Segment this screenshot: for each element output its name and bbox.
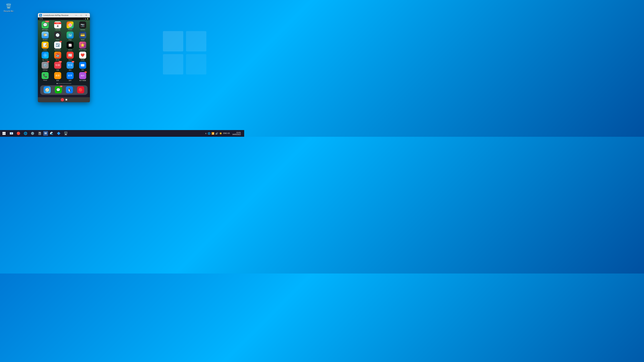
- chinese5-icon-wrap: 相片 1: [79, 72, 86, 79]
- wallet-icon-wrap: 💳: [79, 31, 86, 38]
- start-button[interactable]: [1, 130, 8, 137]
- notes-icon-wrap: 📝: [42, 41, 49, 49]
- app-chinese1[interactable]: 垃圾 112 垃圾: [53, 62, 62, 71]
- taskbar-edge[interactable]: 🌊: [48, 130, 55, 137]
- language-region[interactable]: ENG US: [223, 132, 230, 134]
- recycle-bin-image: 🗑️: [5, 3, 12, 9]
- airplay-controls-right: ⬜: [66, 99, 67, 100]
- dock-safari[interactable]: 🧭: [44, 86, 51, 94]
- phone-label: Phone: [43, 80, 47, 81]
- dock-wechat[interactable]: 💬 72: [55, 86, 62, 94]
- app-maps[interactable]: 🗺️ Maps: [65, 31, 75, 40]
- taskbar-app8[interactable]: 🔷: [55, 130, 62, 137]
- app-camera[interactable]: 📷 Camera: [78, 21, 88, 30]
- taskbar-word[interactable]: W: [43, 131, 48, 136]
- page-dot-5: [63, 83, 64, 84]
- camera-icon-wrap: 📷: [79, 21, 86, 28]
- chinese4-label: 效率: [69, 80, 72, 81]
- taskbar-app2[interactable]: 🔴: [15, 130, 22, 137]
- chinese1-badge: 112: [58, 61, 62, 62]
- maximize-button[interactable]: □: [79, 13, 84, 17]
- wifi-icon[interactable]: 📶: [212, 132, 214, 135]
- clock-icon-wrap: 🕐: [54, 31, 61, 38]
- svg-rect-5: [4, 132, 6, 133]
- app-mail[interactable]: ✉️ Mail: [78, 62, 88, 71]
- svg-rect-2: [163, 54, 183, 75]
- taskbar-settings[interactable]: ⚙️: [29, 130, 36, 137]
- page-dot-9: [69, 83, 70, 84]
- app-notes[interactable]: 📝 Notes: [40, 41, 50, 51]
- appstore-label: App Store: [42, 59, 48, 61]
- books-label: Books: [56, 59, 60, 61]
- app-chinese2[interactable]: 音乐 14 音乐: [65, 62, 75, 71]
- minimize-button[interactable]: —: [74, 13, 78, 17]
- taskbar-icons: 📧 🔴 🌐 ⚙️ 📓 W 🌊 🔷 🖥️: [8, 130, 205, 137]
- page-dot-4: [61, 83, 62, 84]
- reminders-badge: 2: [60, 41, 62, 42]
- calendar-icon: WED 4: [54, 21, 61, 28]
- app-books[interactable]: 📚 Books: [53, 52, 62, 61]
- page-dot-1: [57, 83, 58, 84]
- phone-icon: 📞: [42, 72, 49, 79]
- app-wallet[interactable]: 💳 Wallet: [78, 31, 88, 40]
- close-button[interactable]: ✕: [84, 13, 88, 17]
- page-dot-2: [58, 83, 59, 84]
- messages-badge: 2,972: [45, 21, 50, 22]
- chinese2-icon-wrap: 音乐 14: [66, 62, 74, 69]
- clock-date: 04/05/2022: [232, 134, 241, 135]
- app-appstore[interactable]: Ⓐ App Store: [40, 52, 50, 61]
- app-chinese3[interactable]: 政策 政策: [53, 72, 62, 81]
- app-messages[interactable]: 💬 2,972 Messages: [40, 21, 50, 30]
- app-reminders[interactable]: ☑️ 2 Reminders: [53, 41, 62, 51]
- app-settings[interactable]: ⚙️ 1 Settings: [40, 62, 50, 71]
- appstore-icon-wrap: Ⓐ: [42, 52, 49, 59]
- volume-icon[interactable]: 🔊: [215, 132, 218, 135]
- chinese5-badge: 1: [84, 71, 87, 73]
- chinese1-icon-wrap: 垃圾 112: [54, 62, 61, 69]
- calendar-label: Calendar: [55, 29, 60, 30]
- camera-icon: 📷: [79, 21, 86, 28]
- recycle-bin-icon[interactable]: 🗑️ Recycle Bin: [3, 3, 14, 12]
- language-indicator[interactable]: 🌐: [208, 132, 210, 135]
- record-button[interactable]: [61, 98, 64, 101]
- itunes-icon: ⭐: [79, 41, 86, 49]
- maps-icon: 🗺️: [66, 31, 74, 38]
- settings-icon: ⚙️: [42, 62, 49, 69]
- app-calendar[interactable]: WED 4 Calendar: [53, 21, 62, 30]
- app-phone[interactable]: 📞 Phone: [40, 72, 50, 81]
- books-icon-wrap: 📚: [54, 52, 61, 59]
- app-chinese5[interactable]: 相片 1 相片与链接: [78, 72, 88, 81]
- notes-label: Notes: [44, 49, 47, 51]
- app-clock[interactable]: 🕐 Clock: [53, 31, 62, 40]
- app-news[interactable]: 📰 News: [65, 52, 75, 61]
- app-row-4: Ⓐ App Store 📚 Books 📰 News: [39, 52, 89, 61]
- taskbar-chrome[interactable]: 🌐: [22, 130, 29, 137]
- brightness-icon[interactable]: ☀️: [219, 132, 222, 135]
- svg-rect-4: [2, 132, 4, 133]
- app-photos[interactable]: 🌸 Photos: [65, 21, 75, 30]
- windows-logo-watermark: [162, 30, 207, 75]
- taskbar-tray: ∧ 🌐 📶 🔊 ☀️: [205, 132, 222, 135]
- dock-qq[interactable]: 🐧: [66, 86, 73, 94]
- taskbar-display[interactable]: 🖥️: [62, 130, 69, 137]
- app-stocks[interactable]: 📈 Stocks: [65, 41, 75, 51]
- weibo-icon: 🔴: [77, 86, 84, 93]
- recycle-bin-label: Recycle Bin: [4, 10, 14, 12]
- maps-icon-wrap: 🗺️: [66, 31, 74, 38]
- itunes-icon-wrap: ⭐: [79, 41, 86, 49]
- taskbar-notepad[interactable]: 📓: [36, 130, 43, 137]
- app-health[interactable]: ❤️ Health: [78, 52, 88, 61]
- wallet-icon: 💳: [79, 31, 86, 38]
- app-weather[interactable]: 🌤️ Weather: [40, 31, 50, 40]
- wallet-label: Wallet: [81, 39, 84, 40]
- svg-rect-0: [163, 31, 183, 51]
- show-hidden-icons[interactable]: ∧: [205, 132, 206, 135]
- chinese3-icon: 政策: [54, 72, 61, 79]
- chinese4-icon: 效率: [66, 72, 74, 79]
- app-chinese4[interactable]: 效率 效率: [65, 72, 75, 81]
- taskbar-clock[interactable]: 13:01 04/05/2022: [231, 132, 242, 135]
- settings-label: Settings: [43, 69, 48, 71]
- app-itunes[interactable]: ⭐ iTunes Store: [78, 41, 88, 51]
- dock-weibo[interactable]: 🔴: [77, 86, 84, 94]
- taskbar-outlook[interactable]: 📧: [8, 130, 15, 137]
